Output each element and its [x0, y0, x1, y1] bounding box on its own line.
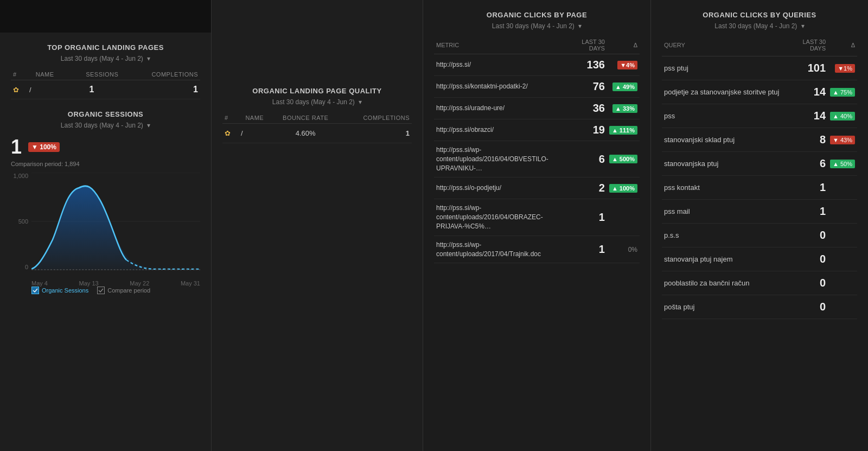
yen-icon-quality: ✿	[225, 129, 231, 137]
delta-cell: ▼4%	[607, 54, 640, 76]
query-num: 6	[790, 152, 828, 176]
organic-sessions-title: ORGANIC SESSIONS	[11, 110, 200, 118]
comparison-text: Comparison period: 1,894	[11, 161, 200, 167]
query-num: 0	[790, 271, 828, 295]
query-delta: ▲ 75%	[828, 80, 857, 104]
query-cell: stanovanjski sklad ptuj	[662, 128, 790, 152]
query-num: 0	[790, 295, 828, 319]
query-num: 1	[790, 176, 828, 200]
organic-sessions-subtitle[interactable]: Last 30 days (May 4 - Jun 2) ▾	[11, 122, 200, 129]
quality-subtitle[interactable]: Last 30 days (May 4 - Jun 2) ▾	[222, 98, 412, 106]
table-row: stanovanja ptuj najem 0	[662, 247, 857, 271]
organic-sessions-section: ORGANIC SESSIONS Last 30 days (May 4 - J…	[11, 110, 200, 451]
organic-sessions-badge: ▼ 100%	[28, 142, 60, 152]
query-delta	[828, 224, 857, 247]
url-cell: http://pss.si/wp-content/uploads/2016/04…	[434, 199, 564, 236]
organic-sessions-dropdown-icon: ▾	[147, 122, 150, 129]
query-cell: stanovanja ptuj najem	[662, 247, 790, 271]
quality-table: # NAME BOUNCE RATE COMPLETIONS ✿ / 4.60%…	[222, 112, 412, 143]
chart-area: 1,000 500 0	[11, 173, 200, 292]
top-pages-section: TOP ORGANIC LANDING PAGES Last 30 days (…	[11, 43, 200, 99]
query-num: 101	[790, 56, 828, 80]
quality-col-completions: COMPLETIONS	[341, 112, 412, 124]
clicks-num: 136	[564, 54, 607, 76]
clicks-by-page-subtitle[interactable]: Last 30 days (May 4 - Jun 2) ▾	[434, 22, 640, 30]
delta-badge-up: ▲ 111%	[609, 126, 637, 135]
legend-organic[interactable]: Organic Sessions	[31, 287, 88, 294]
quality-col-bounce: BOUNCE RATE	[271, 112, 341, 124]
col-metric: Metric	[434, 36, 564, 54]
table-row: pss mail 1	[662, 200, 857, 224]
quality-title: ORGANIC LANDING PAGE QUALITY	[222, 87, 412, 95]
query-delta	[828, 247, 857, 271]
query-delta	[828, 295, 857, 319]
legend-organic-label: Organic Sessions	[42, 287, 88, 294]
table-row: pooblastilo za bančni račun 0	[662, 271, 857, 295]
table-row: http://pss.si/wp-content/uploads/2017/04…	[434, 236, 640, 263]
clicks-num: 19	[564, 119, 607, 141]
query-num: 1	[790, 200, 828, 224]
delta-cell	[607, 199, 640, 236]
query-num: 0	[790, 224, 828, 247]
y-label-1000: 1,000	[13, 173, 28, 179]
delta-badge-up: ▲ 49%	[612, 82, 637, 91]
table-row: http://pss.si/uradne-ure/ 36 ▲ 33%	[434, 98, 640, 119]
clicks-by-queries-subtitle[interactable]: Last 30 days (May 4 - Jun 2) ▾	[662, 22, 857, 30]
y-label-500: 500	[18, 218, 28, 225]
table-row: stanovanjska ptuj 6 ▲ 50%	[662, 152, 857, 176]
top-pages-subtitle[interactable]: Last 30 days (May 4 - Jun 2) ▾	[11, 55, 200, 62]
query-cell: stanovanjska ptuj	[662, 152, 790, 176]
clicks-by-queries-title: ORGANIC CLICKS BY QUERIES	[662, 11, 857, 19]
legend-compare-checkbox[interactable]	[97, 287, 105, 294]
col-delta-q: Δ	[828, 36, 857, 56]
table-row: pss 14 ▲ 40%	[662, 104, 857, 128]
x-label-may22: May 22	[130, 280, 149, 287]
clicks-by-page-panel: ORGANIC CLICKS BY PAGE Last 30 days (May…	[423, 0, 651, 451]
organic-sessions-value: 1	[11, 136, 22, 158]
delta-cell: ▲ 49%	[607, 76, 640, 98]
delta-badge-up: ▲ 500%	[609, 155, 637, 163]
table-row: pss kontakt 1	[662, 176, 857, 200]
delta-cell: ▲ 33%	[607, 98, 640, 119]
quality-col-hash: #	[222, 112, 239, 124]
main-layout: TOP ORGANIC LANDING PAGES Last 30 days (…	[0, 0, 868, 451]
query-cell: podjetje za stanovanjske storitve ptuj	[662, 80, 790, 104]
url-cell: http://pss.si/wp-content/uploads/2016/04…	[434, 141, 564, 177]
clicks-by-page-dropdown-icon: ▾	[578, 22, 582, 30]
table-row: http://pss.si/ 136 ▼4%	[434, 54, 640, 76]
clicks-by-queries-dropdown-icon: ▾	[801, 22, 805, 30]
left-panel: TOP ORGANIC LANDING PAGES Last 30 days (…	[0, 0, 212, 451]
table-row: http://pss.si/kontaktni-podatki-2/ 76 ▲ …	[434, 76, 640, 98]
table-row: http://pss.si/wp-content/uploads/2016/04…	[434, 141, 640, 177]
delta-badge-up: ▲ 33%	[612, 104, 637, 113]
x-label-may31: May 31	[181, 280, 200, 287]
query-num: 14	[790, 104, 828, 128]
table-row: http://pss.si/o-podjetju/ 2 ▲ 100%	[434, 177, 640, 199]
query-num: 14	[790, 80, 828, 104]
clicks-num: 36	[564, 98, 607, 119]
table-row: ✿ / 4.60% 1	[222, 124, 412, 143]
query-cell: pss	[662, 104, 790, 128]
table-row: pošta ptuj 0	[662, 295, 857, 319]
x-label-may13: May 13	[79, 280, 99, 287]
legend-organic-checkbox[interactable]	[31, 287, 39, 294]
yen-icon: ✿	[13, 86, 19, 94]
table-row: ✿ / 1 1	[11, 80, 200, 99]
col-completions: COMPLETIONS	[120, 69, 200, 80]
col-name: NAME	[27, 69, 62, 80]
url-cell: http://pss.si/o-podjetju/	[434, 177, 564, 199]
col-query: Query	[662, 36, 790, 56]
q-badge-up: ▲ 50%	[830, 160, 855, 168]
legend-compare[interactable]: Compare period	[97, 287, 150, 294]
col-sessions: SESSIONS	[62, 69, 120, 80]
query-delta: ▼ 43%	[828, 128, 857, 152]
top-pages-title: TOP ORGANIC LANDING PAGES	[11, 43, 200, 52]
url-cell: http://pss.si/	[434, 54, 564, 76]
delta-cell: ▲ 111%	[607, 119, 640, 141]
middle-left-panel: ORGANIC LANDING PAGE QUALITY Last 30 day…	[212, 0, 423, 451]
q-badge-up: ▲ 40%	[830, 112, 855, 120]
col-last30-q: Last 30Days	[790, 36, 828, 56]
query-cell: p.s.s	[662, 224, 790, 247]
chart-y-labels: 1,000 500 0	[11, 173, 31, 270]
query-cell: pooblastilo za bančni račun	[662, 271, 790, 295]
